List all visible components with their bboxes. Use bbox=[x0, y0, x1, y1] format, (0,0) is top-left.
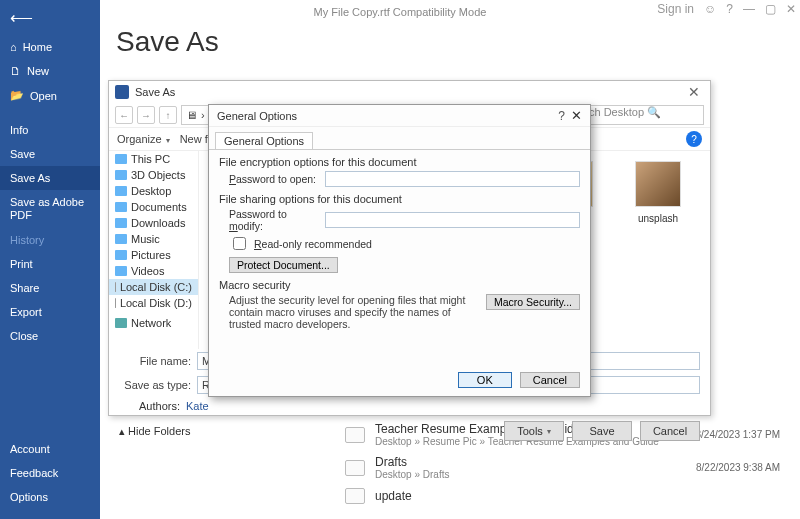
folder-thumb[interactable]: unsplash bbox=[628, 161, 688, 224]
recent-folder-row[interactable]: Drafts Desktop » Drafts 8/22/2023 9:38 A… bbox=[345, 451, 780, 484]
folder-name: Drafts bbox=[375, 455, 449, 469]
tree-node[interactable]: Documents bbox=[109, 199, 198, 215]
folder-icon bbox=[115, 250, 127, 260]
authors-label: Authors: bbox=[139, 400, 180, 412]
tools-menu[interactable]: Tools bbox=[504, 421, 564, 441]
drive-icon bbox=[115, 282, 116, 292]
face-icon[interactable]: ☺ bbox=[704, 2, 716, 16]
sign-in-link[interactable]: Sign in bbox=[657, 2, 694, 16]
recent-folder-row[interactable]: update bbox=[345, 484, 780, 508]
tree-node[interactable]: This PC bbox=[109, 151, 198, 167]
folder-tree: This PC 3D Objects Desktop Documents Dow… bbox=[109, 151, 199, 349]
nav-feedback[interactable]: Feedback bbox=[0, 461, 100, 485]
help-icon[interactable]: ? bbox=[686, 131, 702, 147]
password-modify-label: Password to modify: bbox=[229, 208, 319, 232]
folder-icon bbox=[115, 186, 127, 196]
password-modify-input[interactable] bbox=[325, 212, 580, 228]
nav-save-pdf[interactable]: Save as Adobe PDF bbox=[0, 190, 100, 228]
tree-node[interactable]: 3D Objects bbox=[109, 167, 198, 183]
nav-share[interactable]: Share bbox=[0, 276, 100, 300]
maximize-icon[interactable]: ▢ bbox=[765, 2, 776, 16]
back-button[interactable]: ⟵ bbox=[0, 0, 100, 35]
app-titlebar: My File Copy.rtf Compatibility Mode Sign… bbox=[0, 0, 800, 24]
tree-node[interactable]: Local Disk (D:) bbox=[109, 295, 198, 311]
ok-button[interactable]: OK bbox=[458, 372, 512, 388]
pc-icon bbox=[115, 154, 127, 164]
nav-back-button[interactable]: ← bbox=[115, 106, 133, 124]
nav-history: History bbox=[0, 228, 100, 252]
pc-icon: 🖥 bbox=[186, 109, 197, 121]
macro-description: Adjust the security level for opening fi… bbox=[229, 294, 476, 330]
organize-menu[interactable]: Organize bbox=[117, 133, 170, 145]
tree-node[interactable]: Network bbox=[109, 315, 198, 331]
backstage-nav: ⟵ ⌂ Home 🗋 New 📂 Open Info Save Save As … bbox=[0, 0, 100, 519]
help-icon[interactable]: ? bbox=[726, 2, 733, 16]
save-button[interactable]: Save bbox=[572, 421, 632, 441]
readonly-label: Read-only recommended bbox=[254, 238, 372, 250]
page-title: Save As bbox=[116, 26, 219, 58]
folder-name: update bbox=[375, 489, 412, 503]
encryption-section-label: File encryption options for this documen… bbox=[219, 156, 580, 168]
folder-path: Desktop » Drafts bbox=[375, 469, 449, 480]
nav-save[interactable]: Save bbox=[0, 142, 100, 166]
password-open-label: Password to open: bbox=[229, 173, 319, 185]
document-title: My File Copy.rtf Compatibility Mode bbox=[314, 6, 487, 18]
drive-icon bbox=[115, 298, 116, 308]
minimize-icon[interactable]: — bbox=[743, 2, 755, 16]
dialog-title: Save As bbox=[135, 86, 175, 98]
nav-print[interactable]: Print bbox=[0, 252, 100, 276]
dialog-title: General Options bbox=[217, 110, 297, 122]
nav-home[interactable]: ⌂ Home bbox=[0, 35, 100, 59]
nav-saveas[interactable]: Save As bbox=[0, 166, 100, 190]
sharing-section-label: File sharing options for this document bbox=[219, 193, 580, 205]
general-options-dialog: General Options ? ✕ General Options File… bbox=[208, 104, 591, 397]
cancel-button[interactable]: Cancel bbox=[520, 372, 580, 388]
nav-export[interactable]: Export bbox=[0, 300, 100, 324]
close-icon[interactable]: ✕ bbox=[684, 84, 704, 100]
folder-icon bbox=[115, 170, 127, 180]
folder-icon bbox=[345, 488, 365, 504]
nav-fwd-button[interactable]: → bbox=[137, 106, 155, 124]
search-input[interactable]: ch Desktop 🔍 bbox=[584, 105, 704, 125]
macro-section-label: Macro security bbox=[219, 279, 580, 291]
folder-icon bbox=[345, 460, 365, 476]
word-icon bbox=[115, 85, 129, 99]
tree-node[interactable]: Desktop bbox=[109, 183, 198, 199]
close-icon[interactable]: ✕ bbox=[571, 108, 582, 123]
nav-info[interactable]: Info bbox=[0, 118, 100, 142]
nav-close[interactable]: Close bbox=[0, 324, 100, 348]
cancel-button[interactable]: Cancel bbox=[640, 421, 700, 441]
password-open-input[interactable] bbox=[325, 171, 580, 187]
tab-general-options[interactable]: General Options bbox=[215, 132, 313, 149]
nav-options[interactable]: Options bbox=[0, 485, 100, 509]
readonly-checkbox[interactable] bbox=[233, 237, 246, 250]
network-icon bbox=[115, 318, 127, 328]
nav-account[interactable]: Account bbox=[0, 437, 100, 461]
folder-icon bbox=[115, 234, 127, 244]
folder-date: 8/22/2023 9:38 AM bbox=[696, 462, 780, 473]
filename-label: File name: bbox=[119, 355, 191, 367]
authors-value[interactable]: Kate bbox=[186, 400, 209, 412]
folder-icon bbox=[115, 266, 127, 276]
nav-up-button[interactable]: ↑ bbox=[159, 106, 177, 124]
nav-new[interactable]: 🗋 New bbox=[0, 59, 100, 83]
tree-node[interactable]: Local Disk (C:) bbox=[109, 279, 198, 295]
macro-security-button[interactable]: Macro Security... bbox=[486, 294, 580, 310]
tree-node[interactable]: Videos bbox=[109, 263, 198, 279]
folder-icon bbox=[115, 218, 127, 228]
nav-open[interactable]: 📂 Open bbox=[0, 83, 100, 108]
folder-icon bbox=[115, 202, 127, 212]
tree-node[interactable]: Music bbox=[109, 231, 198, 247]
help-icon[interactable]: ? bbox=[558, 109, 565, 123]
close-icon[interactable]: ✕ bbox=[786, 2, 796, 16]
protect-document-button[interactable]: Protect Document... bbox=[229, 257, 338, 273]
hide-folders-toggle[interactable]: ▴ Hide Folders bbox=[119, 425, 190, 438]
tree-node[interactable]: Pictures bbox=[109, 247, 198, 263]
tree-node[interactable]: Downloads bbox=[109, 215, 198, 231]
savetype-label: Save as type: bbox=[119, 379, 191, 391]
thumbnail-icon bbox=[635, 161, 681, 207]
